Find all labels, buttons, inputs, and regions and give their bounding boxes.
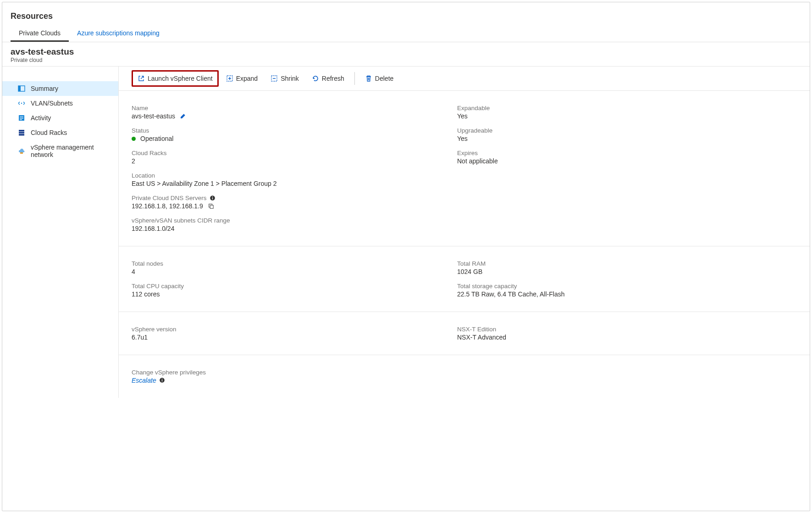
tab-azure-subscriptions-mapping[interactable]: Azure subscriptions mapping — [69, 26, 168, 42]
trash-icon — [365, 75, 372, 82]
svg-rect-19 — [162, 380, 162, 382]
field-value-ram: 1024 GB — [457, 268, 636, 275]
svg-rect-10 — [20, 152, 23, 154]
edit-name-icon[interactable] — [180, 113, 186, 119]
svg-rect-1 — [18, 86, 21, 91]
field-label-privileges: Change vSphere privileges — [132, 369, 797, 376]
sidebar-item-label: Summary — [31, 85, 58, 92]
refresh-button[interactable]: Refresh — [306, 71, 350, 86]
info-icon[interactable] — [210, 195, 216, 201]
versions-panel: vSphere version 6.7u1 NSX-T Edition NSX-… — [119, 312, 810, 355]
field-label-upgradeable: Upgradeable — [457, 127, 636, 134]
field-label-status: Status — [132, 127, 457, 134]
vsphere-icon — [18, 147, 25, 155]
sidebar-item-vsphere-network[interactable]: vSphere management network — [2, 140, 118, 162]
resource-name: avs-test-eastus — [11, 47, 801, 57]
field-label-dns: Private Cloud DNS Servers — [132, 195, 207, 201]
field-label-racks: Cloud Racks — [132, 150, 457, 156]
toolbar-separator — [354, 72, 355, 85]
escalate-link[interactable]: Escalate — [132, 377, 156, 384]
field-label-location: Location — [132, 172, 457, 179]
sidebar-item-vlan-subnets[interactable]: VLAN/Subnets — [2, 96, 118, 111]
privileges-panel: Change vSphere privileges Escalate — [119, 355, 810, 398]
field-value-cidr: 192.168.1.0/24 — [132, 225, 457, 232]
toolbar-label: Shrink — [281, 75, 299, 82]
capacity-panel: Total nodes 4 Total CPU capacity 112 cor… — [119, 246, 810, 312]
field-label-storage: Total storage capacity — [457, 283, 636, 290]
field-label-expandable: Expandable — [457, 105, 636, 112]
field-label-nsxt-edition: NSX-T Edition — [457, 326, 636, 333]
sidebar-item-label: Activity — [31, 114, 51, 122]
field-value-upgradeable: Yes — [457, 135, 636, 142]
expand-icon — [226, 75, 233, 82]
summary-panel: Name avs-test-eastus Status — [119, 91, 810, 246]
open-external-icon — [138, 75, 145, 82]
field-value-cpu: 112 cores — [132, 290, 457, 298]
field-value-location: East US > Availability Zone 1 > Placemen… — [132, 180, 457, 187]
svg-rect-17 — [210, 205, 213, 208]
toolbar-label: Launch vSphere Client — [148, 75, 213, 82]
toolbar-label: Delete — [375, 75, 393, 82]
shrink-icon — [271, 75, 278, 82]
sidebar: Summary VLAN/Subnets Activity Cloud Rack… — [2, 67, 119, 398]
racks-icon — [18, 129, 25, 136]
resource-header: avs-test-eastus Private cloud — [2, 42, 810, 66]
field-label-vsphere-version: vSphere version — [132, 326, 457, 333]
info-icon[interactable] — [159, 377, 166, 384]
summary-icon — [18, 85, 25, 92]
field-label-cidr: vSphere/vSAN subnets CIDR range — [132, 217, 457, 224]
toolbar-label: Expand — [236, 75, 258, 82]
svg-point-2 — [21, 103, 22, 104]
delete-button[interactable]: Delete — [359, 71, 399, 86]
field-value-nodes: 4 — [132, 268, 457, 275]
field-value-dns: 192.168.1.8, 192.168.1.9 — [132, 202, 203, 210]
shrink-button[interactable]: Shrink — [265, 71, 304, 86]
svg-rect-8 — [19, 132, 24, 134]
svg-rect-14 — [212, 197, 212, 199]
svg-rect-9 — [19, 134, 24, 136]
svg-point-15 — [212, 196, 213, 197]
field-label-ram: Total RAM — [457, 260, 636, 267]
field-value-vsphere-version: 6.7u1 — [132, 334, 457, 341]
page-title: Resources — [2, 2, 810, 26]
field-label-nodes: Total nodes — [132, 260, 457, 267]
svg-rect-7 — [19, 130, 24, 132]
sidebar-item-summary[interactable]: Summary — [2, 81, 118, 96]
svg-rect-6 — [20, 119, 22, 120]
svg-rect-4 — [20, 117, 23, 117]
sidebar-item-label: Cloud Racks — [31, 129, 67, 136]
tabs: Private Clouds Azure subscriptions mappi… — [2, 26, 810, 42]
field-value-nsxt-edition: NSX-T Advanced — [457, 334, 636, 341]
refresh-icon — [312, 75, 319, 82]
field-value-expandable: Yes — [457, 112, 636, 120]
sidebar-item-label: vSphere management network — [31, 144, 114, 158]
status-dot-icon — [132, 137, 136, 141]
expand-button[interactable]: Expand — [221, 71, 263, 86]
sidebar-item-label: VLAN/Subnets — [31, 100, 73, 107]
field-label-cpu: Total CPU capacity — [132, 283, 457, 290]
toolbar-label: Refresh — [322, 75, 344, 82]
activity-icon — [18, 114, 25, 122]
svg-rect-5 — [20, 118, 23, 118]
field-label-name: Name — [132, 105, 457, 112]
field-value-name: avs-test-eastus — [132, 112, 175, 120]
toolbar: Launch vSphere Client Expand Shrink — [119, 67, 810, 91]
copy-icon[interactable] — [208, 203, 214, 209]
field-label-expires: Expires — [457, 150, 636, 156]
svg-point-20 — [161, 379, 162, 379]
field-value-storage: 22.5 TB Raw, 6.4 TB Cache, All-Flash — [457, 290, 636, 298]
field-value-status: Operational — [140, 135, 173, 142]
sidebar-item-activity[interactable]: Activity — [2, 111, 118, 125]
field-value-racks: 2 — [132, 157, 457, 165]
tab-private-clouds[interactable]: Private Clouds — [11, 26, 69, 42]
vlan-icon — [18, 100, 25, 107]
sidebar-item-cloud-racks[interactable]: Cloud Racks — [2, 125, 118, 140]
field-value-expires: Not applicable — [457, 157, 636, 165]
resource-type: Private cloud — [11, 57, 801, 63]
launch-vsphere-client-button[interactable]: Launch vSphere Client — [132, 70, 219, 87]
